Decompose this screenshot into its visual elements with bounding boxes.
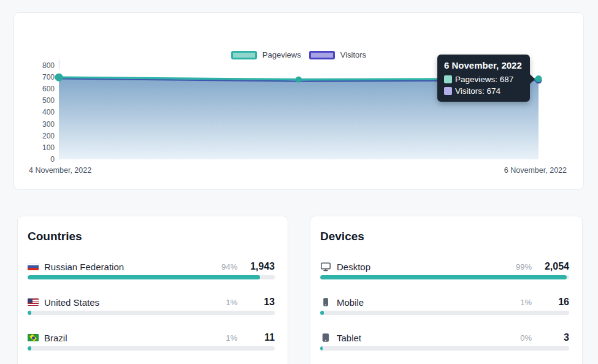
tooltip-arrow [530,74,535,84]
chart-tooltip: 6 November, 2022 Pageviews: 687 Visitors… [437,55,530,102]
us-flag-icon [28,298,39,306]
x-axis-label-end: 6 November, 2022 [504,166,567,175]
y-tick: 100 [14,143,55,153]
y-tick: 200 [14,131,55,141]
progress-bar [28,346,275,351]
country-label: Brazil [44,333,226,343]
progress-bar [320,346,569,351]
device-row-tablet[interactable]: Tablet 0% 3 [320,330,569,351]
country-row-united-states[interactable]: United States 1% 13 [28,295,275,315]
y-tick: 0 [14,154,55,164]
russia-flag-icon [28,263,39,270]
device-label: Desktop [337,262,516,272]
device-percent: 99% [516,262,532,271]
progress-bar [28,275,275,279]
device-label: Tablet [337,333,520,343]
progress-bar-fill [28,346,31,351]
dot-pageviews-0 [55,74,63,82]
progress-bar-fill [320,311,324,315]
traffic-chart-card: Pageviews Visitors 800 700 600 500 400 3… [13,12,584,190]
device-row-desktop[interactable]: Desktop 99% 2,054 [320,259,569,279]
y-tick: 300 [14,119,55,129]
device-label: Mobile [337,297,520,308]
progress-bar [320,311,569,315]
device-row-mobile[interactable]: Mobile 1% 16 [320,295,569,315]
devices-title: Devices [320,230,569,243]
progress-bar [28,311,275,315]
country-percent: 94% [221,262,237,271]
country-row-russian-federation[interactable]: Russian Federation 94% 1,943 [28,259,275,279]
countries-title: Countries [28,230,275,243]
country-value: 13 [249,297,275,308]
y-tick: 800 [14,61,55,70]
device-value: 3 [543,332,569,343]
country-value: 1,943 [249,261,275,272]
country-row-brazil[interactable]: Brazil 1% 11 [28,330,275,351]
dot-pageviews-2 [535,75,542,82]
tablet-icon [320,332,331,343]
x-axis-label-start: 4 November, 2022 [29,166,91,175]
country-value: 11 [249,332,275,343]
pageviews-swatch-icon [444,75,452,83]
device-value: 16 [543,297,569,308]
progress-bar-fill [320,275,567,279]
visitors-swatch-icon [444,87,452,95]
devices-card: Devices Desktop 99% 2,054 [310,216,583,364]
tooltip-date: 6 November, 2022 [444,60,522,70]
y-tick: 500 [14,96,55,105]
progress-bar-fill [28,275,260,279]
brazil-flag-icon [28,334,39,341]
device-value: 2,054 [543,261,569,272]
tooltip-pageviews-value: Pageviews: 687 [455,75,513,84]
y-tick: 700 [14,72,55,82]
y-tick: 600 [14,84,55,94]
desktop-icon [320,261,331,272]
country-percent: 1% [226,333,237,343]
tooltip-row-visitors: Visitors: 674 [444,86,522,96]
progress-bar-fill [28,311,31,315]
country-label: United States [44,297,226,308]
device-percent: 0% [520,333,532,343]
mobile-icon [320,297,331,308]
country-percent: 1% [226,298,237,307]
y-tick: 400 [14,107,55,117]
dot-pageviews-1 [296,77,302,83]
country-label: Russian Federation [44,262,221,272]
device-percent: 1% [520,298,532,307]
progress-bar-fill [320,346,323,351]
countries-card: Countries Russian Federation 94% 1,943 U… [17,216,288,364]
tooltip-visitors-value: Visitors: 674 [455,86,500,96]
tooltip-row-pageviews: Pageviews: 687 [444,75,522,84]
progress-bar [320,275,569,279]
